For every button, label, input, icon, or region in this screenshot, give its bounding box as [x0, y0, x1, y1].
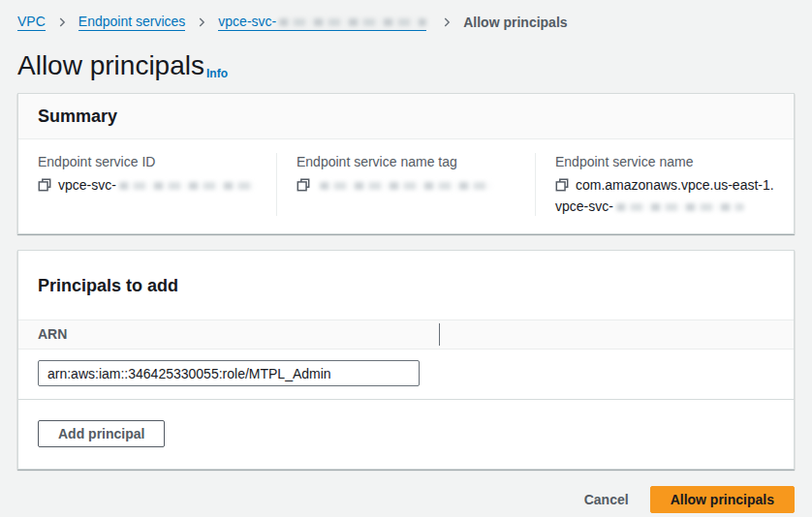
copy-icon[interactable]	[38, 177, 51, 197]
field-label: Endpoint service name tag	[297, 153, 515, 170]
info-link[interactable]: Info	[206, 67, 228, 80]
field-label: Endpoint service ID	[38, 153, 257, 170]
arn-column-header-row: ARN	[18, 319, 794, 350]
breadcrumb-service-id-prefix: vpce-svc-	[218, 14, 276, 29]
field-value	[297, 175, 515, 197]
form-actions: Cancel Allow principals	[17, 486, 795, 513]
redacted-text	[320, 182, 492, 190]
summary-card: Summary Endpoint service ID vpce-svc- En…	[17, 93, 795, 234]
field-value: com.amazonaws.vpce.us-east-1.vpce-svc-	[555, 175, 774, 216]
principals-card-header: Principals to add	[18, 251, 794, 319]
arn-input[interactable]	[38, 360, 420, 386]
redacted-text	[279, 18, 426, 26]
cancel-button[interactable]: Cancel	[584, 487, 629, 512]
breadcrumb: VPC Endpoint services vpce-svc- Allow pr…	[17, 14, 795, 31]
arn-column-header: ARN	[38, 326, 67, 342]
redacted-text	[119, 182, 255, 190]
summary-field-endpoint-service-name: Endpoint service name com.amazonaws.vpce…	[535, 153, 794, 216]
summary-body: Endpoint service ID vpce-svc- Endpoint s…	[18, 139, 794, 233]
principals-title: Principals to add	[38, 276, 774, 295]
principals-to-add-card: Principals to add ARN Add principal	[17, 250, 795, 470]
copy-icon[interactable]	[555, 177, 569, 197]
breadcrumb-current: Allow principals	[463, 15, 567, 30]
redacted-text	[616, 203, 744, 211]
summary-field-endpoint-service-name-tag: Endpoint service name tag	[276, 153, 535, 216]
chevron-right-icon	[55, 15, 69, 29]
chevron-right-icon	[195, 15, 208, 29]
page-title: Allow principals	[17, 50, 204, 81]
principals-card-footer: Add principal	[18, 400, 794, 469]
field-value: vpce-svc-	[38, 175, 257, 197]
page-title-row: Allow principals Info	[17, 50, 795, 81]
allow-principals-button[interactable]: Allow principals	[650, 486, 795, 513]
add-principal-button[interactable]: Add principal	[38, 420, 165, 447]
breadcrumb-endpoint-services[interactable]: Endpoint services	[78, 14, 186, 31]
column-resize-handle[interactable]	[439, 323, 440, 346]
summary-title: Summary	[38, 106, 774, 126]
page-content: VPC Endpoint services vpce-svc- Allow pr…	[0, 0, 812, 513]
chevron-right-icon	[440, 15, 453, 29]
breadcrumb-vpc[interactable]: VPC	[17, 14, 46, 31]
arn-input-row	[18, 350, 794, 400]
copy-icon[interactable]	[297, 177, 310, 197]
endpoint-service-id-value: vpce-svc-	[58, 177, 116, 193]
breadcrumb-endpoint-service-id[interactable]: vpce-svc-	[218, 14, 426, 31]
summary-field-endpoint-service-id: Endpoint service ID vpce-svc-	[18, 153, 276, 216]
summary-card-header: Summary	[18, 94, 794, 139]
field-label: Endpoint service name	[555, 153, 774, 170]
